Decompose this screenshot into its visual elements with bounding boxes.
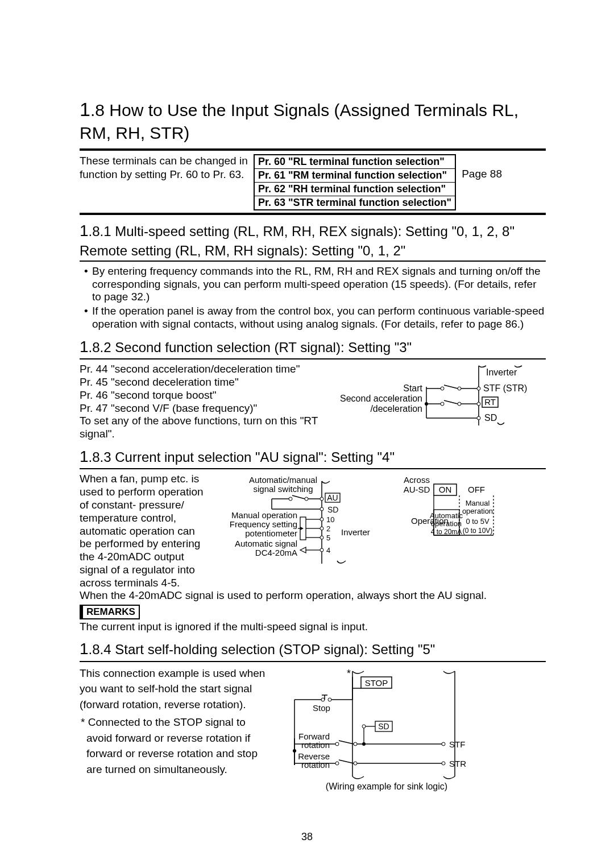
svg-text:rotation: rotation [301,760,330,770]
subsection-heading-182: 1.8.2 Second function selection (RT sign… [80,337,546,357]
svg-point-107 [362,742,366,746]
title-text: .8 How to Use the Input Signals (Assigne… [80,101,518,142]
svg-text:Automatic signal: Automatic signal [235,539,297,548]
intro-text: These terminals can be changed in functi… [80,154,250,181]
parameter-list-box: Pr. 60 "RL terminal function selection" … [254,154,456,210]
svg-line-24 [292,495,305,499]
label-inverter: Inverter [486,367,517,377]
svg-text:Inverter: Inverter [341,527,370,537]
svg-text:Automatic/manual: Automatic/manual [249,475,317,485]
title-rule [80,148,546,151]
param-item: Pr. 60 "RL terminal function selection" [255,155,455,168]
param-item: Pr. 62 "RH terminal function selection" [255,182,455,196]
subsection-heading-181: 1.8.1 Multi-speed setting (RL, RM, RH, R… [80,221,546,259]
svg-text:Stop: Stop [313,703,330,713]
diagram-183-right: Across AU-SD ON OFF Operation Automatic … [385,473,516,552]
label-start: Start [403,383,422,393]
svg-text:SD: SD [378,722,389,731]
svg-text:potentiometer: potentiometer [245,528,297,538]
section-title: 1.8 How to Use the Input Signals (Assign… [80,97,546,144]
svg-text:STR: STR [449,759,466,768]
svg-text:*: * [347,668,351,679]
svg-line-112 [339,760,354,763]
svg-marker-51 [300,547,306,553]
svg-text:STF: STF [449,739,465,749]
svg-point-47 [320,536,323,539]
subsection-rule [80,261,546,262]
svg-text:4 to 20mA: 4 to 20mA [431,528,462,536]
svg-point-44 [320,527,323,530]
svg-text:4: 4 [326,546,330,555]
svg-point-98 [293,749,296,753]
svg-point-4 [458,387,461,390]
svg-text:DC4-20mA: DC4-20mA [255,548,297,557]
label-rt: RT [484,397,496,407]
subsection-heading-183: 1.8.3 Current input selection "AU signal… [80,447,546,467]
text-block-182: Pr. 44 "second acceleration/deceleration… [80,363,333,441]
label-stf: STF (STR) [483,383,527,393]
svg-text:(Wiring example for sink logic: (Wiring example for sink logic) [326,782,447,791]
pr-line: Pr. 45 "second deceleration time" [80,376,333,389]
svg-text:Automatic: Automatic [430,511,463,520]
diagram-182: Inverter Start STF (STR) Second accelera… [338,363,532,428]
label-sec-accel: Second acceleration [340,394,422,403]
svg-text:2: 2 [326,524,330,533]
svg-point-39 [320,518,323,521]
intro-row: These terminals can be changed in functi… [80,154,546,210]
paragraph: This connection example is used when you… [80,666,267,713]
svg-point-30 [320,507,323,511]
svg-text:Frequency setting: Frequency setting [230,519,297,529]
svg-text:Across: Across [404,475,430,485]
svg-text:operation: operation [431,519,462,528]
subsection-rule [80,358,546,359]
svg-text:STOP: STOP [365,678,388,688]
diagram-183-left: Automatic/manual signal switching AU SD [209,473,380,567]
svg-point-115 [442,762,445,765]
svg-text:signal switching: signal switching [253,484,313,494]
svg-point-111 [335,762,339,765]
page-number: 38 [0,831,614,843]
svg-point-14 [477,402,480,406]
svg-point-53 [320,548,323,552]
svg-text:Manual operation: Manual operation [231,510,297,520]
svg-line-101 [339,741,354,744]
svg-point-81 [321,698,325,701]
rule [80,213,546,215]
subsection-rule [80,661,546,662]
bullet-item: By entering frequency commands into the … [92,265,546,304]
text-block-183: When a fan, pump etc. is used to perform… [80,473,204,589]
svg-line-3 [444,385,458,388]
svg-marker-42 [300,527,304,530]
remarks-text: The current input is ignored if the mult… [80,621,546,633]
svg-text:operation: operation [462,507,493,515]
svg-text:AU-SD: AU-SD [404,485,430,494]
svg-point-27 [320,497,323,501]
svg-text:ON: ON [439,485,452,494]
svg-text:SD: SD [327,505,338,514]
bullet-item: If the operation panel is away from the … [92,305,546,331]
bullet-list-181: By entering frequency commands into the … [80,265,546,331]
svg-text:5: 5 [326,534,330,542]
pr-line: Pr. 47 "second V/F (base frequency)" [80,402,333,415]
svg-point-102 [354,742,357,746]
text-block-184: This connection example is used when you… [80,666,267,778]
svg-point-104 [442,742,445,746]
title-number: 1 [80,98,90,120]
pr-line: Pr. 46 "second torque boost" [80,389,333,402]
label-sd: SD [484,413,497,423]
svg-text:10: 10 [326,515,334,524]
paragraph-note: * Connected to the STOP signal to avoid … [80,714,267,777]
pr-line: To set any of the above functions, turn … [80,415,333,441]
param-item: Pr. 61 "RM terminal function selection" [255,168,455,182]
subsection-heading-184: 1.8.4 Start self-holding selection (STOP… [80,639,546,659]
pr-line: Pr. 44 "second acceleration/deceleration… [80,363,333,376]
svg-point-113 [354,762,357,765]
svg-text:Manual: Manual [466,499,490,507]
diagram-184: * STOP Stop SD [273,666,523,796]
subsection-rule [80,468,546,469]
svg-line-11 [444,400,458,404]
svg-point-10 [441,402,444,406]
svg-point-25 [305,497,308,501]
svg-text:rotation: rotation [301,740,330,750]
svg-text:OFF: OFF [468,485,485,494]
